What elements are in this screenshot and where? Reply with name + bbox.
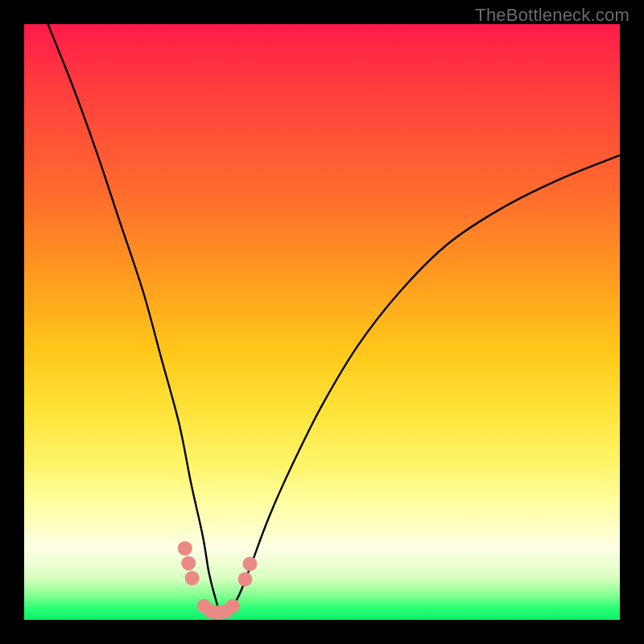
- chart-svg: [24, 24, 620, 620]
- highlight-dot: [181, 556, 196, 571]
- watermark-text: TheBottleneck.com: [475, 5, 630, 26]
- highlight-dot: [185, 571, 200, 585]
- highlight-dot: [225, 599, 240, 613]
- chart-frame: TheBottleneck.com: [0, 0, 644, 644]
- highlight-dot: [243, 556, 258, 571]
- chart-plot-area: [24, 24, 620, 620]
- bottleneck-curve-path: [48, 24, 620, 616]
- highlight-dots-group: [178, 541, 258, 620]
- highlight-dot: [178, 541, 192, 555]
- highlight-dot: [238, 572, 253, 587]
